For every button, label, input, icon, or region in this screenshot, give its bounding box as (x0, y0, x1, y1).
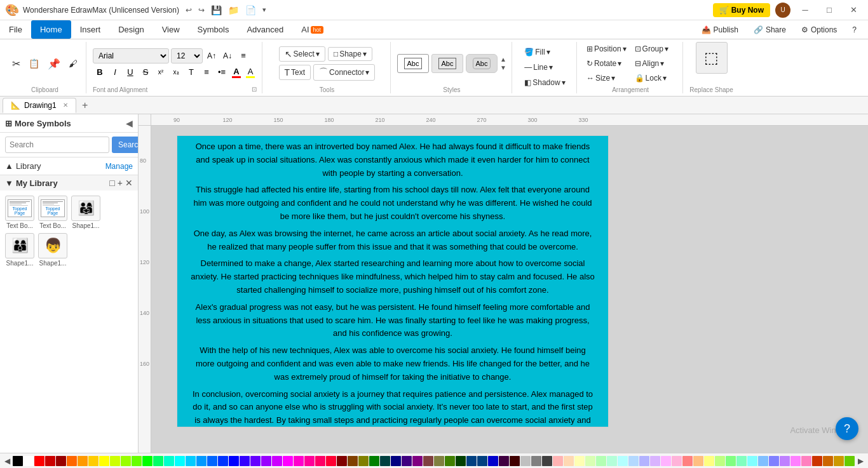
thumbnail-item-shape3[interactable]: 👦 Shape1... (38, 233, 67, 267)
menu-item-design[interactable]: Design (109, 20, 153, 39)
font-family-select[interactable]: Arial (93, 48, 169, 64)
thumbnail-item-textbox1[interactable]: Topped Page Text Bo... (5, 196, 34, 229)
line-button[interactable]: — Line ▾ (521, 61, 568, 74)
color-swatch[interactable] (358, 456, 369, 466)
color-swatch[interactable] (672, 456, 682, 466)
save-button[interactable]: 💾 (208, 4, 224, 17)
color-swatch[interactable] (758, 456, 768, 466)
minimize-button[interactable]: ─ (796, 4, 815, 17)
style-thumb-1[interactable]: Abc (397, 54, 429, 73)
style-thumb-2[interactable]: Abc (431, 54, 463, 73)
color-swatch[interactable] (661, 456, 671, 466)
color-swatch[interactable] (801, 456, 811, 466)
color-swatch[interactable] (207, 456, 217, 466)
tab-close-icon[interactable]: ✕ (63, 102, 68, 109)
color-swatch[interactable] (564, 456, 574, 466)
color-swatch[interactable] (499, 456, 509, 466)
color-swatch[interactable] (153, 456, 163, 466)
close-button[interactable]: ✕ (844, 4, 863, 17)
thumbnail-item-shape1[interactable]: 👨‍👩‍👧 Shape1... (71, 196, 100, 229)
color-swatch[interactable] (13, 456, 23, 466)
color-swatch[interactable] (283, 456, 293, 466)
menu-item-advanced[interactable]: Advanced (238, 20, 292, 39)
color-swatch[interactable] (510, 456, 520, 466)
increase-font-button[interactable]: A↑ (205, 49, 219, 63)
color-swatch[interactable] (45, 456, 55, 466)
styles-up-arrow[interactable]: ▲ (500, 56, 506, 64)
my-library-close-button[interactable]: ✕ (125, 178, 133, 188)
color-swatch[interactable] (423, 456, 433, 466)
sidebar-collapse-button[interactable]: ◀ (126, 118, 133, 128)
color-swatch[interactable] (261, 456, 271, 466)
color-swatch[interactable] (369, 456, 379, 466)
color-swatch[interactable] (240, 456, 250, 466)
color-swatch[interactable] (726, 456, 736, 466)
search-button[interactable]: Search (112, 137, 139, 153)
thumbnail-item-shape2[interactable]: 👨‍👩‍👦 Shape1... (5, 233, 34, 267)
color-swatch[interactable] (639, 456, 649, 466)
style-thumb-3[interactable]: Abc (466, 54, 498, 73)
italic-button[interactable]: I (108, 65, 122, 79)
underline-button[interactable]: U (123, 65, 137, 79)
superscript-button[interactable]: x² (154, 65, 168, 79)
decrease-font-button[interactable]: A↓ (220, 49, 234, 63)
share-button[interactable]: 🔗 Share (749, 23, 791, 36)
search-input[interactable] (5, 137, 109, 153)
color-swatch[interactable] (650, 456, 660, 466)
color-swatch[interactable] (445, 456, 455, 466)
color-swatch[interactable] (272, 456, 282, 466)
open-button[interactable]: 📁 (226, 4, 241, 17)
color-swatch[interactable] (531, 456, 541, 466)
color-swatch[interactable] (553, 456, 563, 466)
redo-button[interactable]: ↪ (196, 4, 207, 16)
color-swatch[interactable] (218, 456, 228, 466)
color-swatch[interactable] (56, 456, 66, 466)
styles-down-arrow[interactable]: ▼ (500, 64, 506, 72)
select-button[interactable]: ↖ Select ▾ (279, 46, 325, 62)
color-swatch[interactable] (585, 456, 595, 466)
floating-assistant-button[interactable]: ? (836, 417, 858, 440)
user-avatar[interactable]: U (775, 3, 790, 18)
my-library-add-button[interactable]: + (118, 178, 123, 188)
text-format-button[interactable]: T (184, 65, 198, 79)
menu-item-home[interactable]: Home (31, 20, 71, 39)
restore-button[interactable]: □ (820, 4, 839, 17)
text-button[interactable]: T Text (279, 65, 311, 80)
size-button[interactable]: ↔ Size ▾ (583, 72, 630, 84)
font-size-select[interactable]: 12 (171, 48, 203, 64)
color-swatch[interactable] (196, 456, 207, 466)
group-button[interactable]: ⊡ Group ▾ (632, 43, 678, 55)
my-library-expand-arrow[interactable]: ▼ (5, 178, 13, 188)
color-swatch[interactable] (326, 456, 336, 466)
color-swatch[interactable] (434, 456, 444, 466)
color-swatch[interactable] (391, 456, 401, 466)
color-swatch[interactable] (380, 456, 390, 466)
library-manage-link[interactable]: Manage (105, 162, 133, 171)
color-swatch[interactable] (99, 456, 109, 466)
tab-drawing1[interactable]: 📐 Drawing1 ✕ (3, 98, 76, 113)
list-button[interactable]: ≡ (200, 65, 214, 79)
highlight-color-button[interactable]: A (244, 66, 257, 79)
menu-item-insert[interactable]: Insert (71, 20, 110, 39)
options-button[interactable]: ⚙ Options (796, 23, 842, 36)
color-swatch[interactable] (315, 456, 325, 466)
font-color-button[interactable]: A (230, 66, 243, 79)
color-swatch[interactable] (121, 456, 131, 466)
color-swatch[interactable] (24, 456, 34, 466)
color-swatch[interactable] (34, 456, 44, 466)
tab-add-button[interactable]: + (78, 98, 93, 113)
color-swatch[interactable] (769, 456, 779, 466)
menu-item-view[interactable]: View (153, 20, 189, 39)
menu-item-ai[interactable]: AI hot (292, 20, 332, 39)
color-swatch[interactable] (142, 456, 153, 466)
format-painter-button[interactable]: 🖌 (65, 57, 81, 70)
color-swatch[interactable] (88, 456, 98, 466)
color-swatch[interactable] (304, 456, 315, 466)
canvas-content[interactable]: story of an introvert boy who overcomes … (151, 126, 868, 453)
color-swatch[interactable] (488, 456, 498, 466)
color-swatch[interactable] (704, 456, 714, 466)
color-swatch[interactable] (250, 456, 261, 466)
color-swatch[interactable] (520, 456, 531, 466)
shadow-button[interactable]: ◧ Shadow ▾ (521, 76, 568, 89)
undo-button[interactable]: ↩ (183, 4, 194, 16)
